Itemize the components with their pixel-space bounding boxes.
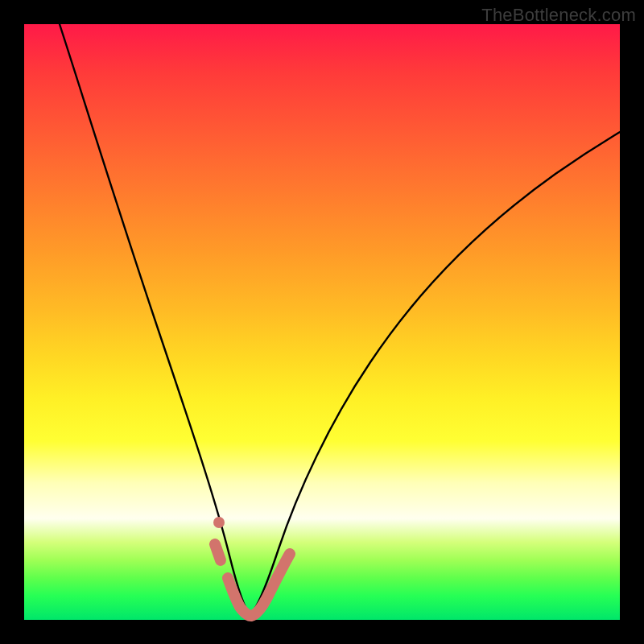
curve-layer bbox=[24, 24, 620, 620]
plot-gradient-area bbox=[24, 24, 620, 620]
figure-container: TheBottleneck.com bbox=[0, 0, 644, 644]
highlight-dot bbox=[213, 517, 225, 528]
watermark-text: TheBottleneck.com bbox=[481, 5, 636, 26]
highlight-left-segment bbox=[215, 544, 221, 560]
bottleneck-curve bbox=[60, 24, 620, 614]
